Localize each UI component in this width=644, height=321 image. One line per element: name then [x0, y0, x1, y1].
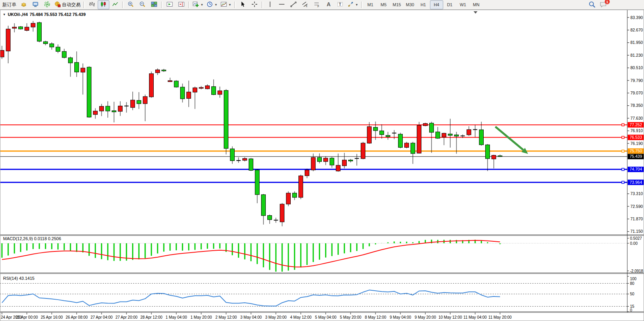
svg-text:11 May 20:00: 11 May 20:00 — [488, 315, 512, 319]
arrows-icon — [347, 1, 354, 9]
svg-text:25 Apr 00:00: 25 Apr 00:00 — [16, 315, 38, 319]
svg-text:4 May 12:00: 4 May 12:00 — [290, 315, 311, 319]
channel-icon[interactable]: E — [299, 0, 311, 9]
vertical-line-icon[interactable] — [264, 0, 276, 9]
toolbar-separator — [83, 2, 85, 8]
bar-chart-icon[interactable] — [86, 0, 98, 9]
dropdown-arrow-icon[interactable]: ▼ — [355, 3, 358, 7]
timeframe-h4-button[interactable]: H4 — [430, 0, 443, 9]
text-icon[interactable]: A — [323, 0, 334, 9]
fibonacci-icon[interactable]: F — [311, 0, 323, 9]
timeframe-m1-button-label: M1 — [367, 2, 373, 7]
svg-text:76.910: 76.910 — [630, 128, 643, 133]
svg-text:5 May 20:00: 5 May 20:00 — [340, 315, 361, 319]
add-indicator-icon[interactable]: ▼ — [191, 0, 205, 9]
terminal-icon[interactable] — [30, 0, 41, 9]
add-indicator-icon — [193, 1, 199, 9]
svg-text:1 May 20:00: 1 May 20:00 — [190, 315, 212, 319]
svg-text:5 May 04:00: 5 May 04:00 — [315, 315, 336, 319]
cursor-icon[interactable] — [237, 0, 249, 9]
timeframe-m30-button[interactable]: M30 — [404, 0, 417, 9]
svg-text:80: 80 — [630, 281, 635, 286]
timeframe-m15-button-label: M15 — [393, 2, 401, 7]
new-order-button[interactable]: 新订单 — [1, 0, 18, 9]
toolbar: 新订单自动交易▼▼▼EFAT▼M1M5M15M30H1H4D1W1MN 1 — [0, 0, 644, 10]
new-order-button-label: 新订单 — [2, 2, 16, 8]
svg-text:8 May 12:00: 8 May 12:00 — [365, 315, 386, 319]
chart-shift-icon[interactable] — [175, 0, 187, 9]
svg-text:73.964: 73.964 — [630, 180, 642, 185]
channel-icon: E — [302, 1, 308, 9]
zoom-in-icon[interactable] — [125, 0, 137, 9]
candlestick-chart-icon — [100, 1, 107, 9]
svg-text:3 May 20:00: 3 May 20:00 — [265, 315, 286, 319]
autotrading-button[interactable]: 自动交易 — [53, 0, 82, 9]
hline-handle — [622, 136, 624, 139]
notification-badge: 1 — [605, 0, 610, 4]
template-icon[interactable]: ▼ — [219, 0, 233, 9]
zoom-out-icon[interactable] — [137, 0, 148, 9]
clock-icon[interactable]: ▼ — [205, 0, 219, 9]
toolbar-separator — [261, 2, 263, 8]
svg-text:75.750: 75.750 — [630, 148, 642, 153]
svg-text:26 Apr 08:00: 26 Apr 08:00 — [66, 315, 88, 319]
svg-text:27 Apr 20:00: 27 Apr 20:00 — [116, 315, 138, 319]
svg-text:74.704: 74.704 — [630, 167, 642, 171]
chart-title: ▼ UKOil-,H4 75.484 75.553 75.412 75.439 — [3, 12, 86, 17]
dropdown-arrow-icon[interactable]: ▼ — [214, 3, 218, 7]
zoom-out-icon — [139, 1, 146, 9]
timeframe-m5-button[interactable]: M5 — [377, 0, 390, 9]
svg-text:9 May 20:00: 9 May 20:00 — [414, 315, 436, 319]
signals-icon[interactable] — [41, 0, 53, 9]
chart-canvas[interactable]: 83.39082.67081.95081.23080.51079.79079.0… — [0, 10, 644, 321]
quote-ohlc-label: 75.484 75.553 75.412 75.439 — [30, 12, 86, 17]
timeframe-h1-button[interactable]: H1 — [417, 0, 430, 9]
svg-text:100: 100 — [630, 277, 637, 281]
chat-icon[interactable]: 1 — [599, 1, 607, 10]
svg-text:25 Apr 16:00: 25 Apr 16:00 — [41, 315, 63, 319]
toolbar-separator — [122, 2, 124, 8]
timeframe-h1-button-label: H1 — [421, 2, 426, 7]
arrows-icon[interactable]: ▼ — [346, 0, 360, 9]
toolbar-separator — [161, 2, 163, 8]
timeframe-m1-button[interactable]: M1 — [364, 0, 377, 9]
timeframe-m15-button[interactable]: M15 — [390, 0, 404, 9]
globe-icon — [54, 1, 61, 9]
timeframe-d1-button[interactable]: D1 — [443, 0, 456, 9]
objects-dropdown-icon[interactable]: ▼ — [3, 13, 6, 16]
label-icon: T — [337, 1, 343, 9]
candlestick-chart-icon[interactable] — [98, 0, 109, 9]
svg-text:73.310: 73.310 — [630, 191, 643, 196]
timeframe-mn-button[interactable]: MN — [470, 0, 483, 9]
line-chart-icon[interactable] — [109, 0, 121, 9]
svg-text:82.670: 82.670 — [630, 28, 643, 32]
label-icon[interactable]: T — [334, 0, 346, 9]
search-icon[interactable] — [588, 1, 596, 10]
svg-text:2 May 12:00: 2 May 12:00 — [215, 315, 237, 319]
svg-text:T: T — [339, 2, 341, 6]
dropdown-arrow-icon[interactable]: ▼ — [228, 3, 232, 7]
trendline-icon[interactable] — [288, 0, 299, 9]
vertical-line-icon — [267, 1, 273, 9]
svg-text:F: F — [318, 5, 319, 7]
crosshair-icon[interactable] — [249, 0, 260, 9]
autotrading-button-label: 自动交易 — [62, 2, 81, 8]
chart-shift-icon — [178, 1, 184, 9]
auto-scroll-icon[interactable] — [164, 0, 175, 9]
tile-windows-icon[interactable] — [148, 0, 160, 9]
svg-text:28 Apr 12:00: 28 Apr 12:00 — [140, 315, 163, 319]
fibonacci-icon: F — [314, 1, 320, 9]
dropdown-arrow-icon[interactable]: ▼ — [200, 3, 204, 7]
svg-text:83.390: 83.390 — [630, 15, 643, 20]
svg-text:76.190: 76.190 — [630, 141, 643, 146]
svg-text:79.790: 79.790 — [630, 78, 643, 83]
svg-text:E: E — [306, 5, 308, 7]
horizontal-line-icon[interactable] — [276, 0, 288, 9]
timeframe-m30-button-label: M30 — [406, 2, 414, 7]
gold-ingots-icon[interactable] — [18, 0, 30, 9]
timeframe-w1-button[interactable]: W1 — [456, 0, 470, 9]
timeframe-w1-button-label: W1 — [460, 2, 466, 7]
cursor-icon — [240, 1, 246, 9]
chart-window[interactable]: 83.39082.67081.95081.23080.51079.79079.0… — [0, 10, 644, 321]
svg-text:A: A — [326, 1, 330, 7]
